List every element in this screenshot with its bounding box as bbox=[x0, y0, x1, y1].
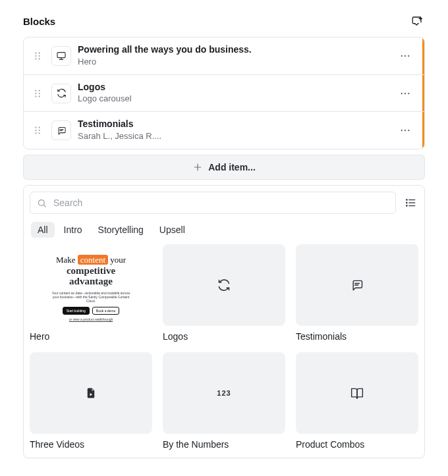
hero-mock-cta-primary: Start building bbox=[63, 307, 90, 315]
block-actions-button[interactable] bbox=[397, 122, 414, 139]
kebab-icon bbox=[399, 124, 411, 136]
refresh-icon bbox=[217, 278, 231, 292]
block-title: Powering all the ways you do business. bbox=[78, 44, 390, 55]
svg-point-2 bbox=[35, 52, 36, 53]
hero-mock-pill: content bbox=[78, 255, 108, 265]
panel-title: Blocks bbox=[23, 16, 55, 27]
add-block-top-button[interactable] bbox=[409, 13, 425, 29]
svg-point-28 bbox=[39, 133, 40, 134]
drag-handle[interactable] bbox=[30, 86, 45, 101]
library-card-by-the-numbers[interactable]: 123 By the Numbers bbox=[163, 352, 285, 450]
hero-mock-link: or view a product walkthrough bbox=[69, 317, 113, 321]
hero-mock-line1-pre: Make bbox=[56, 255, 78, 265]
hero-mock-line1-post: your bbox=[108, 255, 126, 265]
library-card-three-videos[interactable]: Three Videos bbox=[30, 352, 152, 450]
chat-icon bbox=[51, 120, 71, 140]
library-thumb-product-combos bbox=[296, 352, 418, 434]
kebab-icon bbox=[399, 50, 411, 62]
svg-point-41 bbox=[406, 199, 408, 201]
plus-icon bbox=[192, 162, 203, 172]
svg-point-31 bbox=[401, 130, 403, 131]
svg-point-15 bbox=[39, 90, 40, 91]
block-title: Testimonials bbox=[78, 119, 390, 130]
svg-point-26 bbox=[39, 130, 40, 131]
svg-point-14 bbox=[35, 90, 36, 91]
svg-point-22 bbox=[408, 92, 409, 93]
book-icon bbox=[350, 386, 364, 400]
drag-handle[interactable] bbox=[30, 49, 45, 63]
svg-point-21 bbox=[405, 92, 406, 93]
list-icon bbox=[405, 197, 416, 209]
svg-point-12 bbox=[405, 55, 406, 57]
kebab-icon bbox=[399, 88, 411, 99]
drag-icon bbox=[33, 51, 42, 61]
block-row-body: Testimonials Sarah L., Jessica R.... bbox=[78, 119, 390, 142]
drag-handle[interactable] bbox=[30, 123, 45, 138]
block-title: Logos bbox=[78, 82, 390, 93]
library-thumb-testimonials bbox=[296, 244, 418, 326]
library-card-label: Testimonials bbox=[296, 331, 418, 342]
add-item-button[interactable]: Add item... bbox=[23, 155, 425, 180]
filter-chip-all[interactable]: All bbox=[31, 222, 55, 238]
svg-line-37 bbox=[43, 205, 45, 207]
library-thumb-logos bbox=[163, 244, 285, 326]
svg-point-27 bbox=[35, 133, 36, 134]
filter-chip-intro[interactable]: Intro bbox=[57, 222, 89, 238]
block-subtitle: Hero bbox=[78, 57, 390, 68]
library-card-label: Hero bbox=[30, 331, 152, 342]
block-row-body: Logos Logo carousel bbox=[78, 82, 390, 105]
drag-icon bbox=[33, 89, 42, 98]
hero-mock-cta-secondary: Book a demo bbox=[92, 307, 119, 315]
block-actions-button[interactable] bbox=[397, 85, 414, 102]
block-row-testimonials[interactable]: Testimonials Sarah L., Jessica R.... bbox=[24, 111, 424, 149]
add-item-label: Add item... bbox=[208, 162, 256, 172]
svg-point-43 bbox=[406, 205, 408, 207]
library-card-product-combos[interactable]: Product Combos bbox=[296, 352, 418, 450]
search-input[interactable] bbox=[52, 197, 389, 209]
svg-point-33 bbox=[408, 130, 409, 131]
refresh-icon bbox=[51, 84, 71, 103]
svg-point-19 bbox=[39, 95, 40, 97]
svg-rect-8 bbox=[57, 53, 65, 58]
drag-icon bbox=[33, 126, 42, 135]
library-card-logos[interactable]: Logos bbox=[163, 244, 285, 342]
svg-point-7 bbox=[39, 58, 40, 59]
blocks-list: Powering all the ways you do business. H… bbox=[23, 37, 425, 149]
monitor-icon bbox=[51, 46, 71, 66]
hero-mock-line2: competitive bbox=[67, 266, 115, 277]
file-icon bbox=[85, 387, 97, 399]
svg-point-6 bbox=[35, 58, 36, 59]
svg-point-25 bbox=[35, 130, 36, 131]
library-card-label: Three Videos bbox=[30, 439, 152, 450]
block-subtitle: Logo carousel bbox=[78, 93, 390, 105]
svg-point-20 bbox=[401, 92, 403, 93]
filter-chip-upsell[interactable]: Upsell bbox=[153, 222, 192, 238]
library-card-label: By the Numbers bbox=[163, 439, 285, 450]
library-card-hero[interactable]: Make content your competitive advantage … bbox=[30, 244, 152, 342]
svg-point-42 bbox=[406, 202, 408, 203]
library-card-testimonials[interactable]: Testimonials bbox=[296, 244, 418, 342]
block-actions-button[interactable] bbox=[397, 47, 414, 65]
chat-add-icon bbox=[411, 15, 423, 27]
svg-point-17 bbox=[39, 92, 40, 93]
svg-point-4 bbox=[35, 55, 36, 57]
svg-point-32 bbox=[405, 130, 406, 131]
svg-point-3 bbox=[39, 52, 40, 53]
view-toggle-button[interactable] bbox=[403, 195, 418, 211]
chat-icon bbox=[350, 278, 364, 292]
library-card-label: Logos bbox=[163, 331, 285, 342]
block-subtitle: Sarah L., Jessica R.... bbox=[78, 131, 390, 142]
block-row-hero[interactable]: Powering all the ways you do business. H… bbox=[24, 38, 424, 74]
filter-chip-storytelling[interactable]: Storytelling bbox=[92, 222, 150, 238]
block-row-logos[interactable]: Logos Logo carousel bbox=[24, 74, 424, 112]
search-field-container bbox=[30, 192, 396, 214]
svg-point-11 bbox=[401, 55, 403, 57]
hero-mock-sub: Your content as data—actionable and scal… bbox=[51, 291, 130, 303]
block-row-body: Powering all the ways you do business. H… bbox=[78, 44, 390, 68]
hero-mock: Make content your competitive advantage … bbox=[30, 244, 152, 326]
library-thumb-by-the-numbers: 123 bbox=[163, 352, 285, 434]
svg-point-13 bbox=[408, 55, 409, 57]
svg-point-24 bbox=[39, 127, 40, 128]
numbers-icon: 123 bbox=[217, 389, 231, 397]
search-icon bbox=[37, 198, 47, 208]
